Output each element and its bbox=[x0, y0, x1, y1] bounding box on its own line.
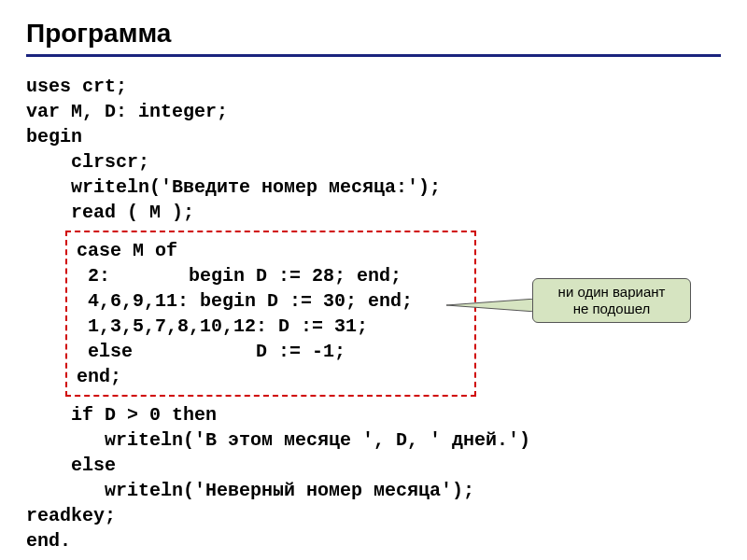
code-line: case M of bbox=[77, 238, 465, 263]
callout-note: ни один вариант не подошел bbox=[532, 278, 691, 323]
code-line: 4,6,9,11: begin D := 30; end; bbox=[77, 288, 465, 314]
code-line: writeln('В этом месяце ', D, ' дней.') bbox=[105, 427, 721, 453]
code-line: end; bbox=[77, 364, 465, 389]
page-title: Программа bbox=[26, 19, 721, 49]
code-line: readkey; bbox=[26, 503, 721, 528]
code-line: uses crt; bbox=[26, 74, 721, 99]
callout-text: не подошел bbox=[539, 301, 684, 317]
case-highlight-box: case M of 2: begin D := 28; end; 4,6,9,1… bbox=[65, 231, 476, 397]
code-line: writeln('Неверный номер месяца'); bbox=[105, 478, 721, 503]
code-line: else bbox=[71, 453, 721, 478]
code-line: end. bbox=[26, 528, 721, 553]
code-line: writeln('Введите номер месяца:'); bbox=[71, 175, 721, 200]
code-line: clrscr; bbox=[71, 149, 721, 175]
code-line: else D := -1; bbox=[77, 339, 465, 364]
code-line: var M, D: integer; bbox=[26, 99, 721, 124]
code-line: read ( M ); bbox=[71, 200, 721, 225]
slide: Программа uses crt; var M, D: integer; b… bbox=[0, 0, 747, 560]
code-line: if D > 0 then bbox=[71, 402, 721, 427]
title-underline bbox=[26, 54, 721, 57]
code-line: begin bbox=[26, 124, 721, 149]
callout-arrow-icon bbox=[446, 299, 536, 312]
code-line: 1,3,5,7,8,10,12: D := 31; bbox=[77, 314, 465, 339]
callout-text: ни один вариант bbox=[539, 284, 684, 301]
code-line: 2: begin D := 28; end; bbox=[77, 263, 465, 288]
svg-marker-0 bbox=[446, 299, 536, 312]
